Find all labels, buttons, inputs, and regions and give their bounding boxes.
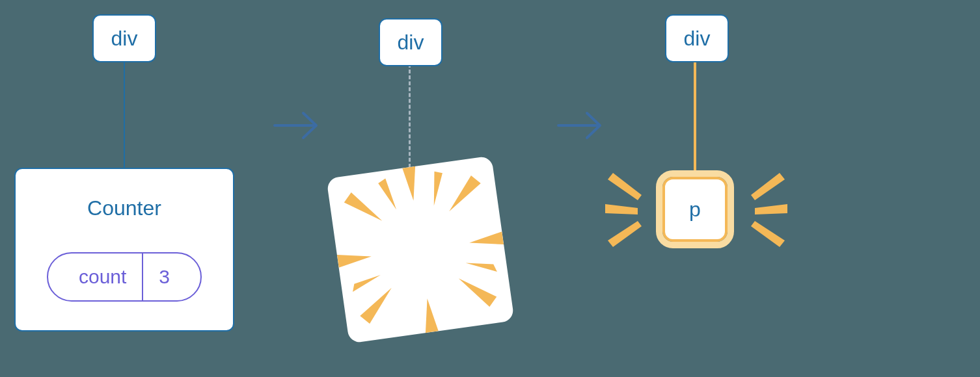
arrow-icon-2 [556,108,608,143]
svg-marker-2 [421,298,439,333]
svg-marker-7 [357,288,396,325]
state-pill: count 3 [47,252,202,302]
svg-marker-19 [751,221,785,247]
diagram-stage: div Counter count 3 div [0,0,980,377]
p-label: p [689,198,701,222]
div-label-panel2: div [398,31,424,55]
svg-marker-1 [402,166,420,202]
svg-marker-3 [337,250,372,268]
counter-card: Counter [14,168,234,332]
div-label-panel3: div [684,27,711,51]
arrow-icon-1 [272,108,324,143]
svg-marker-17 [755,204,787,214]
svg-marker-6 [444,174,483,211]
state-key: count [63,258,142,296]
svg-marker-16 [608,221,642,247]
svg-marker-8 [459,274,498,311]
svg-marker-11 [351,275,382,292]
connector-dashed-panel2 [409,64,411,179]
div-node-panel3: div [665,14,729,62]
div-node-panel2: div [379,18,442,66]
svg-marker-15 [608,173,642,200]
svg-marker-5 [343,188,382,226]
counter-title: Counter [16,196,233,220]
disappearing-component [326,155,514,343]
p-node: p [662,177,728,242]
svg-marker-12 [466,259,497,276]
svg-marker-9 [377,177,396,212]
svg-marker-10 [429,170,447,205]
state-value: 3 [143,258,185,296]
svg-marker-14 [605,204,638,214]
connector-line-panel1 [124,58,125,169]
burst-implosion-icon [326,155,514,343]
div-node-panel1: div [92,14,156,62]
div-label-panel1: div [111,27,138,51]
svg-marker-18 [751,173,785,200]
svg-marker-4 [469,231,504,249]
